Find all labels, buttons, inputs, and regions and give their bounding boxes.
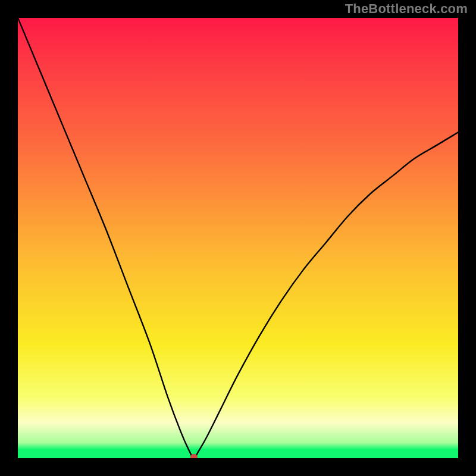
plot-area bbox=[18, 18, 458, 458]
bottleneck-curve-path bbox=[18, 18, 458, 458]
curve-vertex-marker bbox=[190, 454, 198, 458]
chart-frame: TheBottleneck.com bbox=[0, 0, 476, 476]
bottleneck-curve-svg bbox=[18, 18, 458, 458]
watermark-text: TheBottleneck.com bbox=[345, 1, 468, 17]
